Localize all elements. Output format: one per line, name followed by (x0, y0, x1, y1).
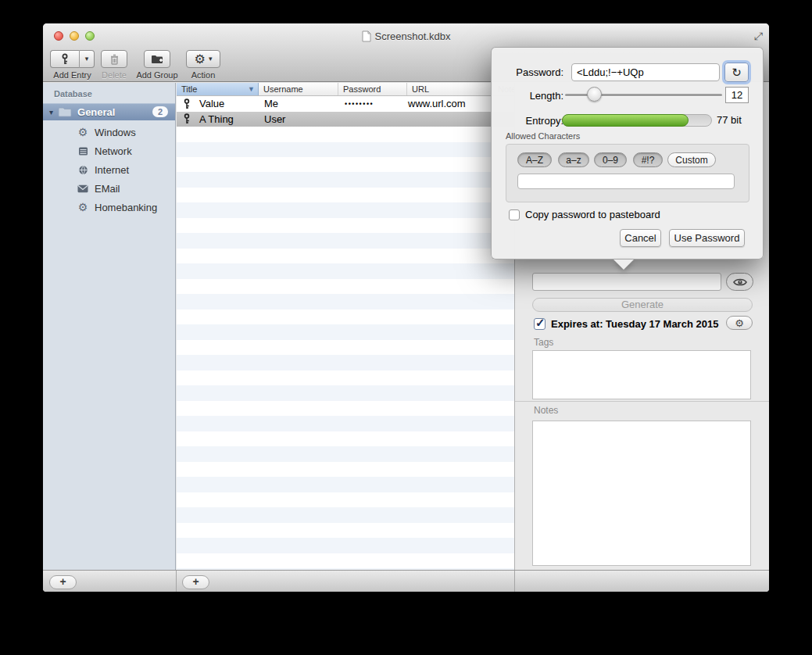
cell-username: Me (259, 98, 338, 109)
entry-count-badge: 2 (152, 106, 168, 117)
regenerate-button[interactable]: ↻ (724, 63, 749, 82)
key-icon (60, 53, 70, 65)
custom-characters-input[interactable] (517, 174, 735, 189)
chevron-down-icon: ▾ (85, 55, 89, 63)
cell-title: Value (199, 98, 224, 109)
envelope-icon (77, 184, 89, 193)
popover-arrow (613, 259, 634, 270)
add-group-label: Add Group (136, 70, 177, 80)
sidebar-item-general[interactable]: ▾ General 2 (43, 103, 175, 120)
desktop-background: Screenshot.kdbx ⤢ ▾ (0, 0, 812, 655)
sidebar-item-email[interactable]: EMail (43, 179, 175, 198)
use-password-button[interactable]: Use Password (669, 229, 745, 247)
gear-icon: ⚙ (195, 53, 206, 66)
length-value-input[interactable]: 12 (725, 87, 749, 103)
sidebar-item-internet[interactable]: Internet (43, 160, 175, 179)
charset-custom-button[interactable]: Custom (667, 152, 716, 167)
column-header-title[interactable]: Title ▼ (177, 83, 259, 95)
gear-icon: ⚙ (735, 317, 744, 329)
password-label: Password: (492, 66, 563, 78)
entropy-label: Entropy: (492, 115, 563, 127)
section-divider (515, 401, 769, 402)
add-entry-button[interactable] (50, 50, 79, 68)
cell-title: A Thing (199, 113, 234, 125)
plus-icon: + (59, 575, 66, 588)
entropy-value: 77 bit (717, 114, 742, 126)
generate-button[interactable]: Generate (532, 298, 753, 312)
column-header-username[interactable]: Username (259, 83, 338, 95)
key-icon (183, 113, 191, 124)
gear-icon: ⚙ (77, 201, 89, 213)
sidebar-item-network[interactable]: Network (43, 141, 175, 160)
table-row-selected[interactable]: A Thing User (177, 112, 514, 127)
length-slider-thumb[interactable] (587, 87, 602, 102)
gear-icon: ⚙ (77, 126, 89, 138)
plus-icon: + (192, 575, 199, 588)
charset-symbols-button[interactable]: #!? (633, 152, 663, 167)
add-group-button[interactable] (144, 50, 170, 68)
charset-lowercase-button[interactable]: a–z (558, 152, 589, 167)
allowed-characters-group: A–Z a–z 0–9 #!? Custom (506, 144, 749, 202)
sidebar-group-label: General (77, 106, 152, 118)
expires-checkbox[interactable]: ✓ (534, 318, 546, 330)
window-title: Screenshot.kdbx (375, 30, 451, 42)
show-password-button[interactable] (726, 273, 753, 291)
column-header-password[interactable]: Password (338, 83, 407, 95)
divider (514, 571, 515, 592)
entry-table: Title ▼ Username Password URL Notes (177, 83, 514, 570)
password-generator-popover: Password: ↻ Length: 12 Entropy: 77 bit A… (491, 47, 764, 259)
table-empty-rows (177, 127, 514, 570)
tags-label: Tags (534, 337, 553, 348)
sidebar-section-header: Database (54, 89, 92, 98)
server-icon (77, 146, 89, 156)
notes-input[interactable] (532, 421, 751, 566)
refresh-icon: ↻ (732, 66, 742, 80)
allowed-characters-label: Allowed Characters (506, 131, 580, 141)
sidebar: Database ▾ General 2 ⚙ Windows (43, 83, 176, 570)
document-icon (362, 30, 371, 42)
fullscreen-icon[interactable]: ⤢ (754, 30, 763, 43)
password-input[interactable] (532, 273, 721, 291)
divider (176, 571, 177, 592)
length-label: Length: (492, 90, 563, 102)
generated-password-input[interactable] (571, 63, 720, 81)
entropy-bar (562, 114, 712, 127)
eye-icon (733, 277, 747, 287)
cell-username: User (259, 113, 338, 125)
charset-digits-button[interactable]: 0–9 (594, 152, 627, 167)
tags-input[interactable] (532, 350, 751, 399)
cell-url: www.url.com (407, 98, 493, 109)
check-icon: ✓ (535, 316, 546, 330)
chevron-down-icon: ▾ (209, 55, 213, 63)
add-group-plus-button[interactable]: + (49, 575, 77, 589)
disclosure-triangle-icon[interactable]: ▾ (49, 108, 53, 116)
bottom-bar: + + (43, 570, 769, 592)
expires-label: Expires at: Tuesday 17 March 2015 (551, 318, 718, 330)
add-entry-dropdown-button[interactable]: ▾ (79, 50, 95, 68)
table-header: Title ▼ Username Password URL Notes (177, 83, 514, 96)
charset-uppercase-button[interactable]: A–Z (517, 152, 552, 167)
trash-icon (110, 54, 119, 65)
sidebar-item-windows[interactable]: ⚙ Windows (43, 123, 175, 141)
sidebar-item-homebanking[interactable]: ⚙ Homebanking (43, 198, 175, 217)
column-header-url[interactable]: URL (407, 83, 493, 95)
globe-icon (77, 165, 89, 175)
key-icon (183, 98, 191, 109)
cancel-button[interactable]: Cancel (620, 229, 661, 247)
copy-to-pasteboard-label: Copy password to pasteboard (525, 209, 660, 220)
table-row[interactable]: Value Me •••••••• www.url.com (177, 96, 514, 112)
expiry-options-button[interactable]: ⚙ (726, 316, 753, 330)
delete-button[interactable] (101, 50, 127, 68)
entropy-bar-fill (562, 114, 689, 127)
folder-icon (58, 106, 72, 117)
cell-password: •••••••• (338, 100, 407, 108)
add-entry-label: Add Entry (53, 70, 91, 80)
add-entry-plus-button[interactable]: + (182, 575, 209, 589)
copy-to-pasteboard-checkbox[interactable] (509, 209, 520, 220)
notes-label: Notes (534, 405, 558, 416)
action-label: Action (191, 70, 216, 80)
folder-plus-icon (151, 54, 163, 64)
delete-label: Delete (102, 70, 127, 80)
sort-descending-icon: ▼ (248, 85, 255, 93)
action-button[interactable]: ⚙ ▾ (186, 50, 220, 68)
